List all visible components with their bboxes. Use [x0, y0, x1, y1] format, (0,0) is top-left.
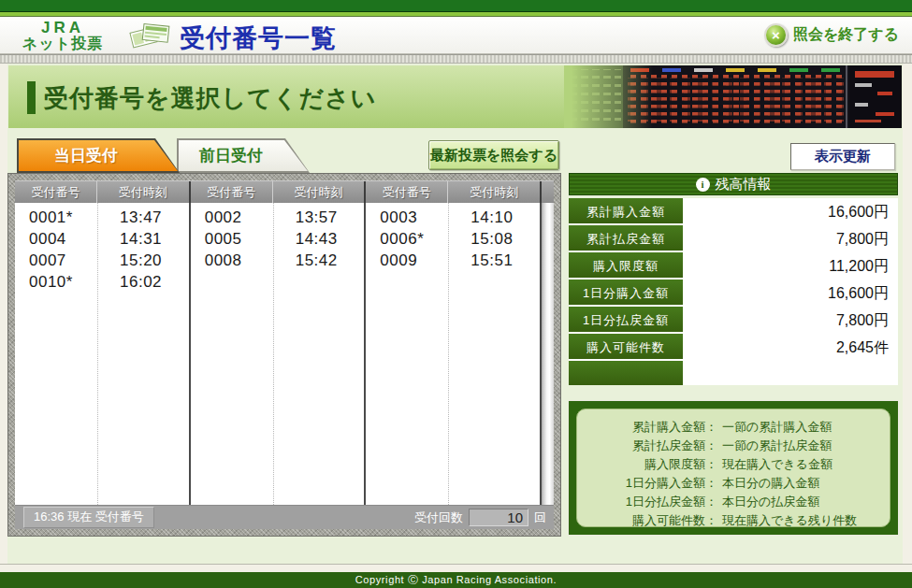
reception-table-panel: 受付番号 受付時刻 受付番号 受付時刻 受付番号 受付時刻	[7, 173, 561, 537]
reception-time: 13:57	[273, 207, 365, 228]
reception-number: 0001*	[15, 207, 97, 228]
reception-row[interactable]: 0006* 15:08	[366, 228, 540, 250]
balance-row-value: 16,600円	[683, 280, 898, 305]
note-label: 購入可能件数：	[577, 511, 717, 530]
note-desc: 本日分の購入金額	[717, 474, 890, 493]
close-icon: ×	[764, 23, 788, 47]
select-reception-heading: 受付番号を選択してください	[44, 82, 376, 115]
note-desc: 一節の累計購入金額	[717, 418, 890, 437]
balance-row: 1日分購入金額 16,600円	[569, 280, 898, 307]
reception-time: 14:10	[448, 207, 540, 228]
reception-row[interactable]: 0010* 16:02	[15, 271, 189, 293]
refresh-display-button[interactable]: 表示更新	[790, 143, 895, 170]
footer-copyright: Copyright Ⓒ Japan Racing Association.	[0, 572, 912, 588]
reception-row[interactable]: 0007 15:20	[15, 250, 189, 271]
logo-line-netvote: ネット投票	[22, 36, 103, 52]
balance-notes-inner: 累計購入金額： 一節の累計購入金額 累計払戻金額： 一節の累計払戻金額 購入限度…	[576, 409, 890, 527]
reception-row[interactable]: 0009 15:51	[366, 250, 540, 271]
jra-net-vote-window: JRA ネット投票 受付番号一覧	[0, 0, 912, 588]
reception-time: 14:31	[97, 228, 189, 250]
heading-accent-bar	[27, 81, 36, 114]
photo-fade	[564, 65, 653, 128]
reception-count-unit: 回	[534, 509, 546, 526]
reception-number: 0003	[366, 207, 448, 228]
reception-number: 0010*	[15, 271, 97, 293]
note-desc: 一節の累計払戻金額	[717, 437, 890, 455]
note-label: 累計購入金額：	[577, 418, 717, 437]
balance-row-empty	[569, 361, 898, 385]
balance-row-value: 7,800円	[683, 225, 898, 251]
col-header-reception-no: 受付番号	[15, 181, 97, 203]
col-header-reception-no: 受付番号	[191, 181, 273, 203]
reception-time: 15:08	[448, 228, 540, 250]
end-inquiry-label: 照会を終了する	[793, 25, 899, 45]
reception-column-group-2: 0002 13:57 0005 14:43 0008 15:42	[191, 203, 367, 505]
balance-row-label: 購入限度額	[569, 252, 683, 278]
reception-number: 0002	[191, 207, 273, 228]
balance-title-label: 残高情報	[716, 176, 772, 194]
balance-panel: i 残高情報 累計購入金額 16,600円 累計払戻金額 7,800円 購入限度…	[569, 173, 898, 537]
balance-row: 購入限度額 11,200円	[569, 252, 898, 280]
reception-row[interactable]: 0002 13:57	[191, 207, 365, 228]
top-green-bar	[0, 0, 912, 11]
balance-note: 累計購入金額： 一節の累計購入金額	[577, 418, 890, 437]
jra-net-vote-logo: JRA ネット投票	[22, 20, 103, 52]
reception-number: 0004	[15, 228, 97, 250]
app-header: JRA ネット投票 受付番号一覧	[0, 17, 912, 54]
reception-table-body: 0001* 13:47 0004 14:31 0007 15:20 0010	[15, 203, 554, 505]
balance-row-value: 2,645件	[683, 334, 898, 359]
heading-band: 受付番号を選択してください	[8, 65, 902, 128]
tab-today-reception[interactable]: 当日受付	[17, 138, 180, 173]
reception-row[interactable]: 0004 14:31	[15, 228, 189, 250]
tab-previous-day-reception[interactable]: 前日受付	[177, 138, 310, 173]
balance-rows: 累計購入金額 16,600円 累計払戻金額 7,800円 購入限度額 11,20…	[569, 198, 898, 385]
tab-today-label: 当日受付	[19, 140, 178, 171]
reception-number: 0007	[15, 250, 97, 271]
note-label: 購入限度額：	[577, 455, 717, 474]
info-icon: i	[696, 178, 710, 192]
reception-time: 16:02	[97, 271, 189, 293]
reception-number: 0009	[366, 250, 448, 271]
note-label: 累計払戻金額：	[577, 437, 717, 455]
balance-row-label: 1日分購入金額	[569, 280, 683, 305]
balance-note: 購入可能件数： 現在購入できる残り件数	[577, 511, 890, 530]
balance-note: 購入限度額： 現在購入できる金額	[577, 455, 890, 474]
balance-row-value: 16,600円	[683, 198, 898, 223]
divider	[0, 564, 912, 565]
page-title: 受付番号一覧	[180, 22, 337, 55]
reception-number: 0008	[191, 250, 273, 271]
reception-time: 13:47	[97, 207, 189, 228]
inquire-latest-votes-button[interactable]: 最新投票を照会する	[428, 140, 559, 170]
table-scrollbar[interactable]	[542, 203, 554, 505]
reception-time: 15:42	[273, 250, 365, 271]
note-desc: 本日分の払戻金額	[717, 493, 890, 511]
col-header-reception-no: 受付番号	[366, 181, 448, 203]
header-spacer	[542, 181, 554, 203]
note-label: 1日分購入金額：	[577, 474, 717, 493]
balance-panel-title: i 残高情報	[569, 173, 898, 195]
note-desc: 現在購入できる金額	[717, 455, 890, 474]
reception-row[interactable]: 0003 14:10	[366, 207, 540, 228]
note-label: 1日分払戻金額：	[577, 493, 717, 511]
balance-row-value: 11,200円	[683, 252, 898, 278]
balance-row-label	[569, 361, 683, 385]
betting-slips-icon	[129, 21, 172, 55]
col-header-reception-time: 受付時刻	[273, 181, 365, 203]
col-header-reception-time: 受付時刻	[448, 181, 540, 203]
main-content: 受付番号を選択してください 当日受付 前日受付 最新投票を照会する 表示更新 受…	[7, 64, 903, 564]
reception-row[interactable]: 0008 15:42	[191, 250, 365, 271]
reception-row[interactable]: 0001* 13:47	[15, 207, 189, 228]
reception-count-value: 10	[469, 509, 528, 526]
reception-time: 15:20	[97, 250, 189, 271]
reception-column-group-1: 0001* 13:47 0004 14:31 0007 15:20 0010	[15, 203, 191, 505]
logo-line-jra: JRA	[22, 20, 103, 36]
balance-row: 購入可能件数 2,645件	[569, 334, 898, 361]
reception-row[interactable]: 0005 14:43	[191, 228, 365, 250]
reception-count: 受付回数 10 回	[414, 509, 546, 526]
reception-time: 14:43	[273, 228, 365, 250]
reception-table-footer: 16:36 現在 受付番号 受付回数 10 回	[15, 505, 554, 529]
reception-count-label: 受付回数	[414, 509, 463, 526]
balance-row: 累計払戻金額 7,800円	[569, 225, 898, 252]
end-inquiry-button[interactable]: × 照会を終了する	[764, 23, 899, 47]
note-desc: 現在購入できる残り件数	[717, 511, 890, 530]
